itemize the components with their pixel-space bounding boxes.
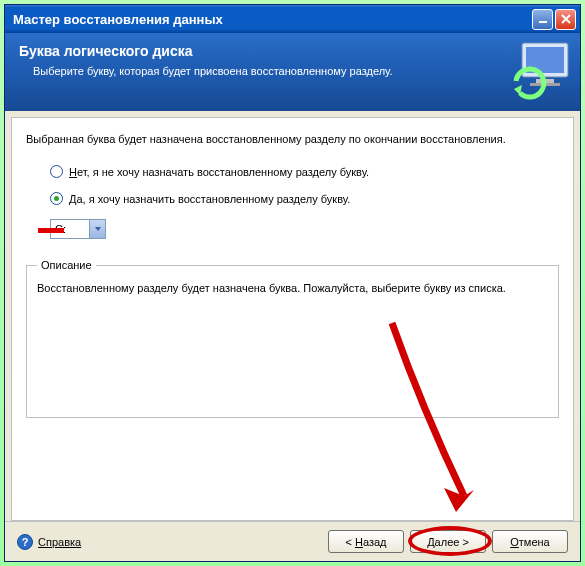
chevron-down-icon [89,220,105,238]
titlebar: Мастер восстановления данных [5,5,580,33]
help-label: Справка [38,536,81,548]
window-title: Мастер восстановления данных [13,12,223,27]
radio-yes[interactable] [50,192,63,205]
option-no-label: Нет, я не хочу назначать восстановленном… [69,166,369,178]
help-link[interactable]: ? Справка [17,534,81,550]
annotation-underline [38,228,64,233]
cancel-button[interactable]: Отмена [492,530,568,553]
content-panel: Выбранная буква будет назначена восстано… [11,117,574,521]
wizard-window: Мастер восстановления данных Буква логич… [4,4,581,562]
intro-text: Выбранная буква будет назначена восстано… [26,132,559,147]
back-button[interactable]: < Назад [328,530,404,553]
banner: Буква логического диска Выберите букву, … [5,33,580,111]
minimize-button[interactable] [532,9,553,30]
banner-subtitle: Выберите букву, которая будет присвоена … [19,65,566,77]
banner-heading: Буква логического диска [19,43,566,59]
monitor-restore-icon [508,39,574,103]
option-yes-label: Да, я хочу назначить восстановленному ра… [69,193,350,205]
description-group: Описание Восстановленному разделу будет … [26,259,559,417]
radio-no[interactable] [50,165,63,178]
svg-rect-0 [539,21,547,23]
next-button[interactable]: Далее > [410,530,486,553]
button-bar: ? Справка < Назад Далее > Отмена [5,521,580,561]
description-text: Восстановленному разделу будет назначена… [37,281,548,296]
close-button[interactable] [555,9,576,30]
description-legend: Описание [37,259,96,271]
help-icon: ? [17,534,33,550]
